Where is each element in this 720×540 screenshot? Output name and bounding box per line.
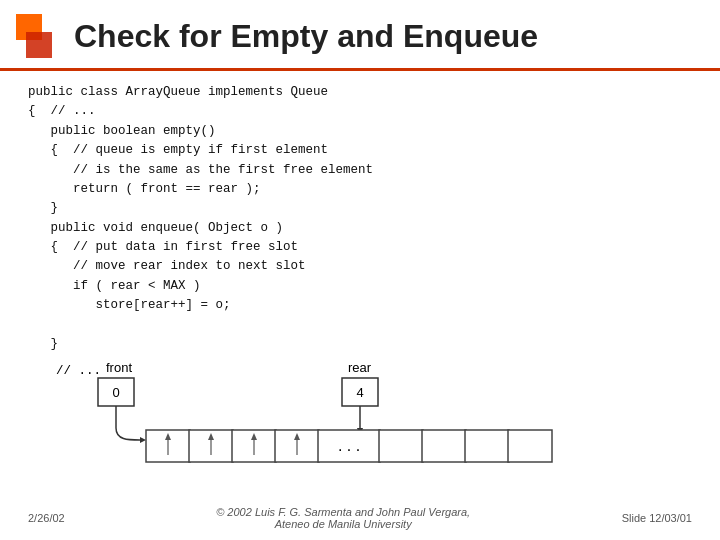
front-value: 0 [112, 385, 119, 400]
array-cell-8 [508, 430, 552, 462]
code-line-1: public class ArrayQueue implements Queue [28, 83, 692, 102]
diagram-svg: front rear 0 4 [48, 358, 628, 468]
code-line-11: if ( rear < MAX ) [28, 277, 692, 296]
code-line-8: public void enqueue( Object o ) [28, 219, 692, 238]
code-line-7: } [28, 199, 692, 218]
array-cell-6 [422, 430, 466, 462]
array-cell-5 [379, 430, 423, 462]
footer-copyright: © 2002 Luis F. G. Sarmenta and John Paul… [65, 506, 622, 530]
code-line-5: // is the same as the first free element [28, 161, 692, 180]
diagram: front rear 0 4 [28, 358, 720, 468]
slide-title: Check for Empty and Enqueue [74, 18, 538, 55]
footer-date: 2/26/02 [28, 512, 65, 524]
slide: Check for Empty and Enqueue public class… [0, 0, 720, 540]
front-label: front [106, 360, 132, 375]
rear-value: 4 [356, 385, 363, 400]
front-arrowhead [140, 437, 146, 443]
logo [16, 14, 60, 58]
code-line-6: return ( front == rear ); [28, 180, 692, 199]
footer-copyright-line1: © 2002 Luis F. G. Sarmenta and John Paul… [65, 506, 622, 518]
code-line-10: // move rear index to next slot [28, 257, 692, 276]
slide-header: Check for Empty and Enqueue [0, 0, 720, 71]
code-line-14: } [28, 335, 692, 354]
code-block: public class ArrayQueue implements Queue… [0, 83, 720, 354]
code-line-4: { // queue is empty if first element [28, 141, 692, 160]
code-line-9: { // put data in first free slot [28, 238, 692, 257]
code-line-3: public boolean empty() [28, 122, 692, 141]
array-cell-7 [465, 430, 509, 462]
code-line-13 [28, 316, 692, 335]
footer-copyright-line2: Ateneo de Manila University [65, 518, 622, 530]
code-end-comment: // ... [56, 364, 101, 378]
code-line-2: { // ... [28, 102, 692, 121]
footer: 2/26/02 © 2002 Luis F. G. Sarmenta and J… [0, 506, 720, 530]
dots-text: . . . [338, 437, 360, 454]
front-arrow-curve [116, 428, 140, 440]
footer-slide-number: Slide 12/03/01 [622, 512, 692, 524]
logo-square-red [26, 32, 52, 58]
code-line-12: store[rear++] = o; [28, 296, 692, 315]
rear-label: rear [348, 360, 372, 375]
